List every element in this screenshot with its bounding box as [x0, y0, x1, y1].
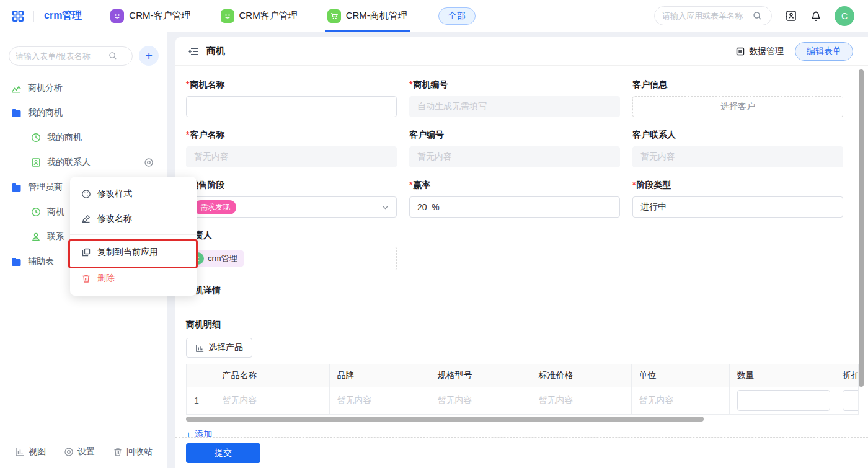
global-search[interactable] [654, 6, 772, 25]
field-label: 客户联系人 [632, 130, 843, 141]
sidebar-search-input[interactable] [16, 51, 108, 61]
table-row: 1 暂无内容 暂无内容 暂无内容 暂无内容 暂无内容 [187, 387, 859, 414]
folder-icon [11, 257, 22, 267]
collapse-sidebar-icon[interactable] [188, 46, 199, 56]
opportunity-code-input: 自动生成无需填写 [409, 96, 620, 117]
customer-contact-input: 暂无内容 [632, 146, 843, 167]
sidebar-item-label: 联系 [47, 231, 64, 242]
field-label: 商机名称 [186, 79, 397, 91]
sidebar-item-label: 辅助表 [28, 256, 54, 267]
row-index: 1 [187, 387, 215, 414]
recycle-bin-button[interactable]: 回收站 [113, 446, 153, 457]
contacts-icon[interactable] [784, 9, 797, 22]
table-header-row: 产品名称 品牌 规格型号 标准价格 单位 数量 折扣 [187, 364, 859, 387]
global-search-input[interactable] [662, 11, 749, 20]
search-icon [753, 11, 762, 20]
menu-item-label: 复制到当前应用 [97, 247, 158, 258]
chevron-down-icon [382, 205, 389, 210]
field-opportunity-code: 商机编号 自动生成无需填写 [409, 79, 620, 117]
col-quantity: 数量 [729, 364, 835, 387]
person-icon [31, 232, 41, 242]
app-grid-icon[interactable] [11, 9, 25, 23]
chart-icon [11, 83, 22, 94]
cell-discount [835, 387, 859, 414]
select-customer-button[interactable]: 选择客户 [632, 96, 843, 117]
win-rate-input[interactable] [417, 202, 612, 212]
sidebar-item-my-contacts[interactable]: 我的联系人 [0, 150, 167, 175]
owner-name: crm管理 [208, 253, 237, 264]
menu-item-label: 修改样式 [97, 188, 132, 200]
pencil-icon [81, 214, 91, 224]
tab-crm-opportunity[interactable]: CRM-商机管理 [327, 0, 407, 32]
cell-quantity [729, 387, 835, 414]
views-button[interactable]: 视图 [15, 446, 46, 457]
sales-stage-select[interactable]: 需求发现 [186, 196, 397, 218]
quantity-input[interactable] [737, 390, 830, 411]
user-avatar[interactable]: C [835, 6, 854, 26]
data-manage-button[interactable]: 数据管理 [735, 46, 784, 57]
clock-icon [31, 207, 41, 217]
sidebar-item-my-opportunity-folder[interactable]: 我的商机 [0, 100, 167, 125]
field-label: 商机编号 [409, 79, 620, 91]
tab-label: CRM-客户管理 [129, 10, 190, 22]
context-menu: 修改样式 修改名称 复制到当前应用 删除 [70, 177, 197, 296]
tab-label: CRM客户管理 [239, 10, 298, 22]
lines-table: 产品名称 品牌 规格型号 标准价格 单位 数量 折扣 1 暂无内容 暂无内容 暂… [186, 364, 859, 415]
owner-picker[interactable]: c crm管理 [186, 247, 397, 270]
submit-button[interactable]: 提交 [186, 443, 260, 463]
opportunity-name-input[interactable] [194, 102, 389, 112]
menu-item-rename[interactable]: 修改名称 [70, 206, 197, 231]
sidebar-search[interactable] [9, 46, 133, 66]
folder-icon [11, 183, 22, 192]
col-unit: 单位 [631, 364, 729, 387]
main-header: 商机 数据管理 编辑表单 [175, 37, 868, 66]
field-customer-code: 客户编号 暂无内容 [409, 130, 620, 167]
field-label: 客户编号 [409, 130, 620, 141]
field-label: 客户名称 [186, 130, 397, 141]
edit-form-button[interactable]: 编辑表单 [795, 42, 853, 61]
tab-crm-customer-1[interactable]: CRM-客户管理 [110, 0, 190, 32]
col-discount: 折扣 [835, 364, 859, 387]
main-vertical-scrollbar[interactable] [859, 69, 864, 387]
field-label: 负责人 [186, 230, 397, 241]
menu-divider [70, 234, 197, 235]
divider [33, 11, 34, 22]
sidebar-item-analysis[interactable]: 商机分析 [0, 76, 167, 100]
sidebar-item-my-opportunity[interactable]: 我的商机 [0, 125, 167, 150]
col-spec: 规格型号 [430, 364, 531, 387]
tab-icon [221, 9, 234, 23]
customer-name-input: 暂无内容 [186, 146, 397, 167]
field-opportunity-name: 商机名称 [186, 79, 397, 117]
menu-item-edit-style[interactable]: 修改样式 [70, 182, 197, 206]
app-name[interactable]: crm管理 [44, 9, 82, 22]
sidebar-item-label: 管理员商 [28, 182, 63, 193]
tab-crm-customer-2[interactable]: CRM客户管理 [221, 0, 298, 32]
settings-button[interactable]: 设置 [64, 446, 95, 457]
stage-type-input[interactable] [640, 202, 835, 212]
notification-bell-icon[interactable] [810, 9, 822, 22]
sidebar-item-label: 商机 [47, 206, 64, 218]
customer-code-input: 暂无内容 [409, 146, 620, 167]
section-opportunity-detail: 商机详情 [186, 285, 868, 296]
discount-input[interactable] [843, 390, 859, 411]
menu-item-delete[interactable]: 删除 [70, 266, 197, 291]
add-form-button[interactable]: + [139, 46, 159, 66]
sidebar-item-label: 商机分析 [28, 82, 63, 94]
contact-card-icon [31, 157, 41, 167]
select-product-button[interactable]: 选择产品 [186, 338, 252, 358]
field-stage-type: 阶段类型 [632, 180, 843, 218]
recycle-bin-label: 回收站 [126, 446, 153, 457]
tab-label: CRM-商机管理 [346, 10, 407, 22]
menu-item-label: 修改名称 [97, 213, 132, 224]
menu-item-copy-to-app[interactable]: 复制到当前应用 [70, 238, 197, 266]
copy-icon [81, 247, 91, 257]
search-icon [108, 51, 117, 60]
gear-icon[interactable] [144, 157, 154, 167]
table-horizontal-scrollbar[interactable] [186, 417, 859, 422]
cell-brand: 暂无内容 [329, 387, 430, 414]
field-label: 客户信息 [632, 79, 843, 91]
all-apps-button[interactable]: 全部 [438, 7, 476, 25]
stage-tag: 需求发现 [194, 200, 236, 214]
col-price: 标准价格 [531, 364, 631, 387]
field-customer-contact: 客户联系人 暂无内容 [632, 130, 843, 167]
